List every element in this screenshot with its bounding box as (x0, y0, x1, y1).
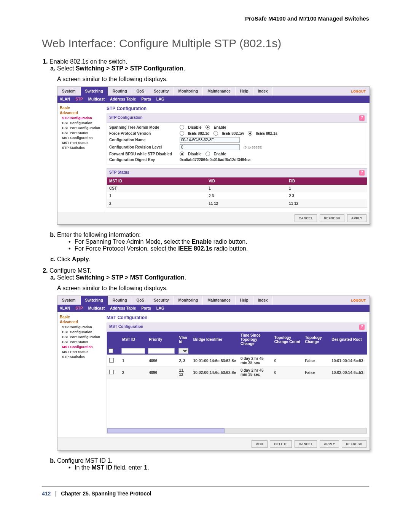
sidebar-advanced[interactable]: Advanced (60, 111, 102, 115)
sidebar-item-stp-configuration[interactable]: STP Configuration (62, 116, 102, 120)
subnav-vlan[interactable]: VLAN (60, 306, 70, 310)
help-icon[interactable]: ? (359, 170, 365, 176)
th-mst-id: MST ID (120, 332, 147, 347)
help-icon[interactable]: ? (359, 324, 365, 330)
tab-switching[interactable]: Switching (81, 87, 108, 96)
input-conf-name[interactable] (180, 137, 240, 143)
sidebar-advanced[interactable]: Advanced (60, 320, 102, 324)
ss1-sidebar: Basic Advanced STP Configuration CST Con… (57, 103, 104, 212)
subnav-ports[interactable]: Ports (141, 97, 151, 101)
subnav-multicast[interactable]: Multicast (88, 97, 105, 101)
apply-button[interactable]: APPLY (347, 214, 366, 222)
radio-bpdu-disable[interactable] (180, 152, 184, 156)
th-topo-change: Topology Change (303, 332, 329, 347)
sidebar-item-stp-statistics[interactable]: STP Statistics (62, 355, 102, 359)
lbl-fwd-bpdu: Forward BPDU while STP Disabled (109, 152, 180, 156)
logout-link[interactable]: LOGOUT (351, 89, 366, 93)
sidebar-item-cst-port-configuration[interactable]: CST Port Configuration (62, 335, 102, 339)
radio-admin-disable[interactable] (180, 125, 184, 129)
refresh-button[interactable]: REFRESH (320, 214, 344, 222)
subnav-ports[interactable]: Ports (141, 306, 151, 310)
radio-ieee-w[interactable] (213, 131, 218, 136)
radio-admin-enable[interactable] (206, 125, 210, 129)
radio-ieee-s[interactable] (248, 131, 252, 136)
bullet-text: For Spanning Tree Admin Mode, select the (75, 238, 192, 245)
tab-maintenance[interactable]: Maintenance (203, 87, 236, 96)
sidebar-item-stp-statistics[interactable]: STP Statistics (62, 146, 102, 150)
tab-monitoring[interactable]: Monitoring (174, 296, 203, 305)
cell: 1 (287, 185, 367, 192)
tab-switching[interactable]: Switching (81, 296, 108, 305)
logout-link[interactable]: LOGOUT (351, 299, 366, 302)
cell: 2 3 (287, 192, 367, 200)
cancel-button[interactable]: CANCEL (295, 440, 317, 448)
stp-status-table: MST ID VID FID CST 1 1 (107, 177, 367, 208)
apply-button[interactable]: APPLY (320, 440, 339, 448)
step-1c-bold: Apply (72, 256, 89, 262)
select-vlan-id[interactable] (178, 348, 188, 354)
sidebar-item-cst-configuration[interactable]: CST Configuration (62, 330, 102, 334)
sidebar-item-mst-port-status[interactable]: MST Port Status (62, 141, 102, 145)
bullet-text: . (147, 464, 149, 471)
sidebar-item-cst-port-status[interactable]: CST Port Status (62, 131, 102, 135)
sidebar-item-mst-port-status[interactable]: MST Port Status (62, 350, 102, 354)
ss1-panel2-title: STP Status (109, 170, 129, 176)
subnav-addresstable[interactable]: Address Table (110, 97, 136, 101)
sidebar-item-cst-port-configuration[interactable]: CST Port Configuration (62, 126, 102, 130)
input-priority[interactable] (148, 348, 175, 354)
subnav-addresstable[interactable]: Address Table (110, 306, 136, 310)
cell: 2 (120, 367, 147, 379)
tab-security[interactable]: Security (149, 296, 174, 305)
cancel-button[interactable]: CANCEL (295, 214, 317, 222)
subnav-vlan[interactable]: VLAN (60, 97, 70, 101)
scrollbar-thumb[interactable] (107, 428, 225, 433)
bullet-bold: IEEE 802.1s (178, 245, 212, 252)
tab-qos[interactable]: QoS (132, 296, 150, 305)
checkbox-all[interactable] (108, 348, 113, 353)
sidebar-item-mst-configuration[interactable]: MST Configuration (62, 136, 102, 140)
tab-security[interactable]: Security (149, 87, 174, 96)
sidebar-item-cst-configuration[interactable]: CST Configuration (62, 121, 102, 125)
subnav-stp[interactable]: STP (75, 97, 83, 101)
sidebar-item-mst-configuration[interactable]: MST Configuration (62, 345, 102, 349)
tab-help[interactable]: Help (236, 296, 253, 305)
th-checkbox (107, 332, 120, 347)
table-row: 1 2 3 2 3 (107, 192, 367, 200)
tab-help[interactable]: Help (236, 87, 253, 96)
ss1-topbar: System Switching Routing QoS Security Mo… (57, 87, 370, 96)
cell: False (303, 355, 329, 367)
row-checkbox[interactable] (109, 358, 114, 363)
tab-system[interactable]: System (57, 296, 81, 305)
input-mst-id[interactable] (121, 348, 145, 354)
subnav-lag[interactable]: LAG (156, 306, 164, 310)
radio-ieee-d[interactable] (180, 131, 184, 136)
subnav-lag[interactable]: LAG (156, 97, 164, 101)
sidebar-item-stp-configuration[interactable]: STP Configuration (62, 325, 102, 329)
add-button[interactable]: ADD (252, 440, 268, 448)
sidebar-basic[interactable]: Basic (60, 315, 102, 319)
bullet-bold: Enable (192, 238, 212, 245)
step-1b-text: Enter the following information: (57, 232, 141, 238)
tab-qos[interactable]: QoS (132, 87, 150, 96)
horizontal-scrollbar[interactable] (107, 428, 367, 433)
tab-maintenance[interactable]: Maintenance (203, 296, 236, 305)
step-2a-prefix: Select (57, 274, 76, 281)
subnav-multicast[interactable]: Multicast (88, 306, 105, 310)
help-icon[interactable]: ? (359, 115, 365, 121)
tab-system[interactable]: System (57, 87, 81, 96)
delete-button[interactable]: DELETE (270, 440, 292, 448)
sidebar-item-cst-port-status[interactable]: CST Port Status (62, 340, 102, 344)
sidebar-basic[interactable]: Basic (60, 106, 102, 110)
input-revision-level[interactable] (180, 144, 240, 150)
tab-index[interactable]: Index (253, 296, 273, 305)
refresh-button[interactable]: REFRESH (342, 440, 366, 448)
tab-monitoring[interactable]: Monitoring (174, 87, 203, 96)
tab-index[interactable]: Index (253, 87, 273, 96)
row-checkbox[interactable] (109, 370, 114, 374)
step-1b: Enter the following information: For Spa… (57, 232, 369, 252)
radio-bpdu-enable[interactable] (206, 152, 210, 156)
tab-routing[interactable]: Routing (108, 87, 132, 96)
tab-routing[interactable]: Routing (108, 296, 132, 305)
subnav-stp[interactable]: STP (75, 306, 83, 310)
cell: 4096 (147, 355, 177, 367)
